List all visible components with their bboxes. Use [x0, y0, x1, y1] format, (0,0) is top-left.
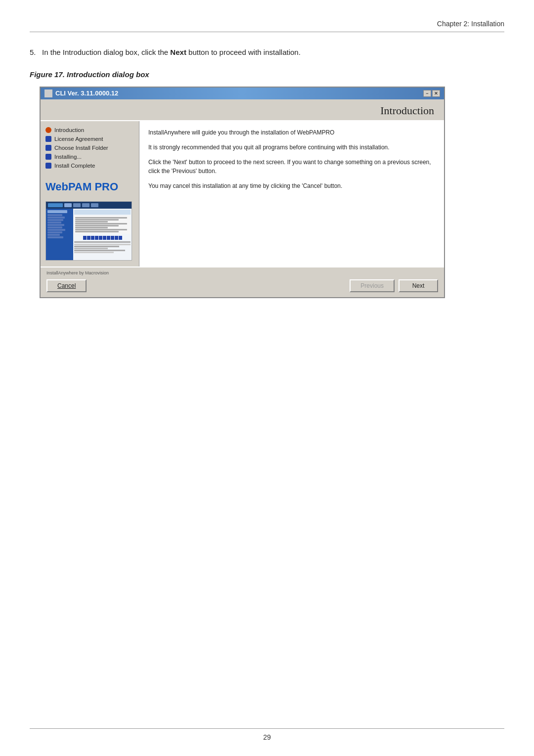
dialog-footer-info: InstallAnywhere by Macrovision [46, 270, 438, 275]
sidebar-bullet-license [45, 136, 51, 142]
next-button[interactable]: Next [399, 279, 438, 292]
screenshot-nav [46, 202, 132, 209]
dialog-body: Introduction License Agreement Choose In… [41, 121, 444, 267]
app-icon [44, 89, 52, 97]
screenshot-left-panel [46, 209, 73, 260]
dialog-sidebar: Introduction License Agreement Choose In… [41, 121, 139, 267]
webpam-logo: WebPAM PRO [45, 179, 134, 194]
dialog-title: CLI Ver. 3.11.0000.12 [55, 89, 118, 97]
step-number: 5. [30, 48, 36, 56]
sidebar-item-choose-folder: Choose Install Folder [45, 145, 134, 151]
sidebar-item-introduction: Introduction [45, 127, 134, 133]
figure-caption-text: Figure 17. Introduction dialog box [30, 70, 149, 79]
cancel-button[interactable]: Cancel [46, 279, 87, 292]
dialog-para-1: InstallAnywhere will guide you through t… [148, 128, 435, 137]
bottom-rule [30, 728, 504, 729]
dialog-bottom: InstallAnywhere by Macrovision Cancel Pr… [41, 267, 444, 297]
figure-caption: Figure 17. Introduction dialog box [30, 70, 504, 79]
sidebar-bullet-install-complete [45, 163, 51, 169]
minimize-button[interactable]: − [423, 90, 431, 97]
step-text: 5. In the Introduction dialog box, click… [30, 47, 504, 58]
nav-dot-4 [82, 203, 89, 207]
sidebar-item-installing: Installing... [45, 154, 134, 160]
webpam-text: WebPAM PRO [45, 181, 134, 192]
dialog-button-row: Cancel Previous Next [46, 277, 438, 294]
sidebar-bullet-choose-folder [45, 145, 51, 151]
dialog-para-4: You may cancel this installation at any … [148, 181, 435, 190]
title-bar: CLI Ver. 3.11.0000.12 − ✕ [41, 88, 444, 99]
dialog-main-content: InstallAnywhere will guide you through t… [139, 121, 444, 267]
screenshot-inner [46, 202, 132, 260]
dialog-heading: Introduction [41, 99, 444, 120]
title-bar-controls[interactable]: − ✕ [423, 90, 440, 97]
nav-dot-5 [91, 203, 98, 207]
dialog-para-2: It is strongly recommended that you quit… [148, 143, 435, 152]
chapter-header: Chapter 2: Installation [30, 20, 504, 32]
step-text-before: In the Introduction dialog box, click th… [42, 48, 170, 56]
sidebar-label-installing: Installing... [54, 154, 82, 160]
nav-dot-1 [48, 203, 63, 207]
nav-buttons: Previous Next [350, 279, 438, 292]
step-bold-word: Next [170, 48, 186, 56]
screenshot-content [46, 209, 132, 260]
screenshot-right-panel [73, 209, 132, 260]
dialog-para-3: Click the 'Next' button to proceed to th… [148, 158, 435, 176]
chapter-title: Chapter 2: Installation [437, 20, 504, 28]
previous-button[interactable]: Previous [350, 279, 395, 292]
nav-dot-3 [73, 203, 81, 207]
title-bar-left: CLI Ver. 3.11.0000.12 [44, 89, 118, 97]
page: Chapter 2: Installation 5. In the Introd… [0, 0, 534, 756]
sidebar-label-install-complete: Install Complete [54, 163, 95, 169]
installanywhere-label: InstallAnywhere by Macrovision [46, 270, 109, 275]
close-button[interactable]: ✕ [432, 90, 440, 97]
page-number: 29 [263, 733, 271, 741]
installer-dialog: CLI Ver. 3.11.0000.12 − ✕ Introduction [40, 87, 445, 298]
sidebar-label-license: License Agreement [54, 136, 103, 142]
sidebar-screenshot [45, 201, 132, 261]
sidebar-item-license: License Agreement [45, 136, 134, 142]
sidebar-item-install-complete: Install Complete [45, 163, 134, 169]
dialog-content: Introduction Introduction License Agreem… [41, 99, 444, 297]
sidebar-bullet-installing [45, 154, 51, 160]
sidebar-bullet-introduction [45, 127, 51, 133]
sidebar-label-introduction: Introduction [54, 127, 84, 133]
step-text-after: button to proceed with installation. [186, 48, 301, 56]
sidebar-label-choose-folder: Choose Install Folder [54, 145, 108, 151]
nav-dot-2 [64, 203, 72, 207]
